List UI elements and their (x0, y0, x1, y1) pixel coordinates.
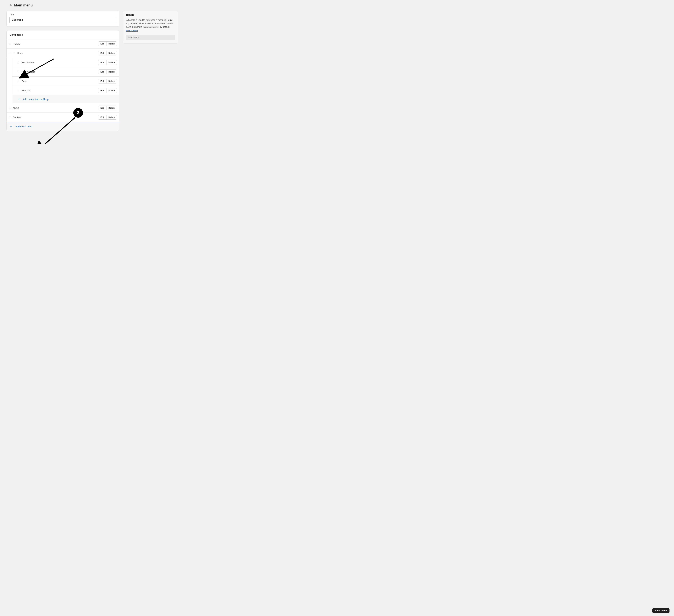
edit-button[interactable]: Edit (98, 115, 106, 119)
svg-point-18 (18, 71, 18, 71)
svg-point-20 (18, 72, 18, 72)
menu-item-label: Sale (22, 80, 26, 83)
menu-item-home: HOME Edit Delete (7, 39, 119, 48)
delete-button[interactable]: Delete (106, 88, 117, 93)
menu-item-label: New Arrivals (22, 71, 35, 73)
svg-point-6 (9, 52, 9, 53)
title-field-label: Title (9, 13, 116, 16)
svg-point-23 (19, 72, 19, 73)
delete-button[interactable]: Delete (106, 51, 117, 55)
plus-icon (18, 98, 20, 100)
svg-point-42 (9, 116, 9, 117)
svg-point-15 (19, 62, 19, 63)
menu-items-card: Menu items HOME Edit Delete (6, 30, 119, 131)
chevron-down-icon[interactable] (13, 52, 15, 54)
svg-point-39 (10, 108, 10, 108)
menu-item-label: Contact (13, 116, 21, 119)
svg-point-46 (9, 118, 9, 118)
title-card: Title (6, 11, 119, 26)
delete-button[interactable]: Delete (106, 41, 117, 46)
svg-point-21 (19, 72, 19, 72)
svg-point-16 (18, 63, 18, 64)
svg-point-10 (9, 54, 9, 54)
menu-item-new-arrivals: New Arrivals Edit Delete (12, 67, 119, 77)
edit-button[interactable]: Edit (98, 88, 106, 93)
add-menu-item-button[interactable]: Add menu item (7, 122, 119, 131)
svg-point-7 (10, 52, 10, 53)
svg-point-11 (10, 54, 10, 54)
learn-more-link[interactable]: Learn more (126, 29, 138, 32)
edit-button[interactable]: Edit (98, 79, 106, 83)
svg-point-22 (18, 72, 18, 73)
svg-point-32 (18, 90, 18, 91)
delete-button[interactable]: Delete (106, 79, 117, 83)
menu-items-heading: Menu items (7, 30, 119, 39)
svg-point-43 (10, 116, 10, 117)
drag-handle-icon[interactable] (18, 80, 19, 82)
svg-point-35 (19, 91, 19, 92)
drag-handle-icon[interactable] (9, 42, 10, 45)
svg-point-8 (9, 53, 9, 54)
drag-handle-icon[interactable] (18, 61, 19, 64)
delete-button[interactable]: Delete (106, 106, 117, 110)
svg-point-24 (18, 80, 18, 81)
svg-point-41 (10, 108, 10, 109)
svg-point-31 (19, 89, 19, 90)
svg-point-12 (18, 62, 18, 62)
svg-point-3 (10, 43, 10, 44)
delete-button[interactable]: Delete (106, 70, 117, 74)
edit-button[interactable]: Edit (98, 41, 106, 46)
menu-item-label: HOME (13, 42, 20, 45)
plus-icon (10, 125, 12, 127)
svg-point-0 (9, 43, 9, 43)
svg-point-2 (9, 43, 9, 44)
svg-point-47 (10, 118, 10, 118)
svg-point-36 (9, 107, 9, 107)
svg-point-26 (18, 81, 18, 81)
drag-handle-icon[interactable] (9, 52, 10, 54)
svg-point-34 (18, 91, 18, 92)
svg-point-14 (18, 62, 18, 63)
menu-item-label: Shop All (22, 89, 30, 92)
svg-point-30 (18, 89, 18, 90)
delete-button[interactable]: Delete (106, 115, 117, 119)
menu-item-label: Best Sellers (22, 61, 34, 64)
page-title: Main menu (14, 3, 33, 7)
svg-point-17 (19, 63, 19, 64)
drag-handle-icon[interactable] (9, 107, 10, 109)
svg-point-45 (10, 117, 10, 117)
menu-title-input[interactable] (9, 17, 116, 23)
handle-input[interactable] (126, 35, 175, 40)
edit-button[interactable]: Edit (98, 106, 106, 110)
svg-point-29 (19, 82, 19, 82)
edit-button[interactable]: Edit (98, 70, 106, 74)
svg-point-25 (19, 80, 19, 81)
edit-button[interactable]: Edit (98, 60, 106, 65)
drag-handle-icon[interactable] (18, 89, 19, 92)
svg-point-5 (10, 44, 10, 45)
drag-handle-icon[interactable] (9, 116, 10, 118)
svg-point-38 (9, 108, 9, 108)
svg-point-44 (9, 117, 9, 117)
delete-button[interactable]: Delete (106, 60, 117, 65)
menu-item-label: Shop (17, 52, 23, 55)
handle-card: Handle A handle is used to reference a m… (123, 11, 178, 43)
svg-point-27 (19, 81, 19, 81)
svg-point-37 (10, 107, 10, 107)
svg-point-4 (9, 44, 9, 45)
back-arrow-icon[interactable] (9, 4, 12, 7)
handle-heading: Handle (126, 13, 175, 16)
menu-item-label: About (13, 107, 19, 109)
svg-point-9 (10, 53, 10, 54)
add-submenu-item-button[interactable]: Add menu item to Shop (12, 95, 119, 103)
edit-button[interactable]: Edit (98, 51, 106, 55)
menu-item-about: About Edit Delete (7, 103, 119, 113)
handle-description: A handle is used to reference a menu in … (126, 18, 175, 32)
drag-handle-icon[interactable] (18, 71, 19, 73)
menu-item-shop: Shop Edit Delete (7, 48, 119, 58)
add-menu-item-label: Add menu item (15, 125, 31, 128)
svg-point-28 (18, 82, 18, 82)
add-submenu-item-label: Add menu item to Shop (23, 98, 48, 101)
svg-point-40 (9, 108, 9, 109)
svg-point-19 (19, 71, 19, 71)
